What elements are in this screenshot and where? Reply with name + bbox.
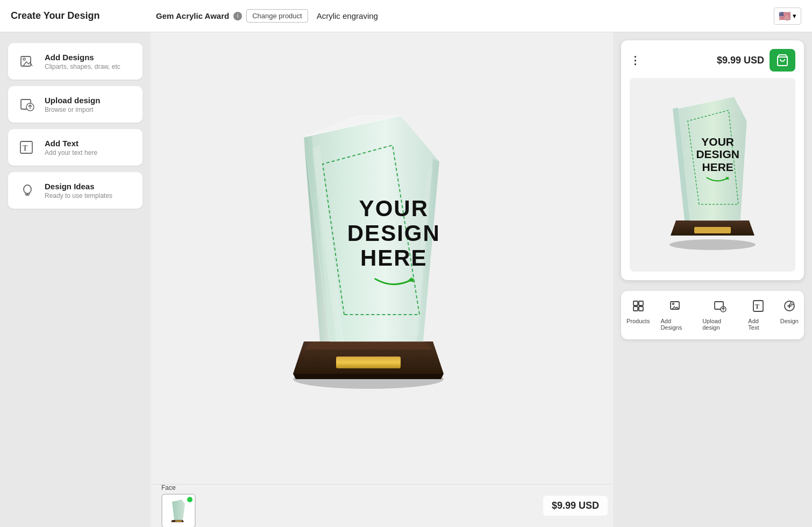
face-label: Face — [161, 484, 176, 492]
svg-rect-19 — [633, 307, 638, 311]
cart-right: $9.99 USD — [717, 49, 795, 72]
svg-point-22 — [673, 303, 674, 305]
right-panel: ⋮ $9.99 USD — [613, 32, 812, 527]
mini-cart-header: ⋮ $9.99 USD — [630, 49, 795, 72]
preview-area: YOUR DESIGN HERE — [630, 78, 795, 272]
upload-design-title: Upload design — [45, 96, 100, 105]
mobile-nav-products[interactable]: Products — [621, 296, 655, 334]
page-title: Create Your Design — [11, 10, 156, 22]
add-designs-subtitle: Cliparts, shapes, draw, etc — [45, 63, 120, 70]
add-text-subtitle: Add your text here — [45, 149, 97, 156]
add-text-icon: T — [18, 138, 37, 157]
mini-cart: ⋮ $9.99 USD — [621, 40, 804, 280]
svg-rect-17 — [633, 301, 638, 305]
svg-rect-15 — [694, 227, 731, 233]
svg-point-29 — [792, 303, 793, 304]
mobile-add-text-icon: T — [752, 300, 765, 316]
design-ideas-text: Design Ideas Ready to use templates — [45, 182, 112, 200]
products-icon — [632, 300, 645, 316]
info-icon[interactable]: i — [233, 12, 242, 20]
cart-price: $9.99 USD — [717, 55, 764, 66]
face-thumbnail[interactable] — [161, 494, 196, 528]
mobile-nav-design-label: Design — [780, 318, 799, 324]
mobile-nav-add-text-label: Add Text — [748, 318, 769, 331]
mobile-add-designs-icon — [669, 300, 682, 316]
svg-rect-12 — [175, 521, 182, 522]
mobile-nav-upload[interactable]: Upload design — [697, 296, 743, 334]
mobile-nav-upload-label: Upload design — [702, 318, 737, 331]
add-designs-text: Add Designs Cliparts, shapes, draw, etc — [45, 53, 120, 70]
add-text-title: Add Text — [45, 139, 97, 148]
design-ideas-subtitle: Ready to use templates — [45, 192, 112, 200]
mobile-nav-design[interactable]: Design — [775, 296, 804, 334]
canvas-price: $9.99 USD — [543, 496, 608, 516]
mobile-nav-add-designs[interactable]: Add Designs — [655, 296, 697, 334]
main-canvas: YOUR DESIGN HERE Face — [151, 32, 618, 527]
add-to-cart-button[interactable] — [770, 49, 795, 72]
change-product-button[interactable]: Change product — [246, 9, 308, 23]
sidebar-item-design-ideas[interactable]: Design Ideas Ready to use templates — [8, 172, 143, 209]
upload-design-subtitle: Browse or import — [45, 106, 100, 113]
dropdown-arrow: ▾ — [793, 12, 796, 20]
svg-rect-20 — [639, 307, 643, 311]
mobile-design-icon — [783, 300, 796, 316]
face-active-dot — [187, 497, 193, 502]
upload-design-icon — [18, 95, 37, 114]
mobile-nav-add-text[interactable]: T Add Text — [743, 296, 774, 334]
design-ideas-icon — [18, 181, 37, 200]
mobile-nav-add-designs-label: Add Designs — [660, 318, 692, 331]
add-designs-icon — [18, 52, 37, 71]
svg-rect-18 — [639, 301, 643, 305]
upload-design-text: Upload design Browse or import — [45, 96, 100, 113]
product-info: Gem Acrylic Award i Change product Acryl… — [156, 9, 378, 23]
svg-rect-10 — [336, 357, 401, 368]
svg-rect-0 — [21, 56, 31, 66]
header: Create Your Design Gem Acrylic Award i C… — [0, 0, 812, 32]
sidebar-item-add-designs[interactable]: Add Designs Cliparts, shapes, draw, etc — [8, 43, 143, 80]
svg-point-6 — [24, 185, 31, 194]
svg-text:T: T — [23, 144, 28, 152]
trophy-preview: YOUR DESIGN HERE — [250, 105, 519, 411]
canvas-area[interactable]: YOUR DESIGN HERE — [151, 32, 618, 484]
left-sidebar: Add Designs Cliparts, shapes, draw, etc … — [0, 32, 151, 527]
mobile-nav-products-label: Products — [626, 318, 650, 324]
design-ideas-title: Design Ideas — [45, 182, 112, 191]
add-designs-title: Add Designs — [45, 53, 120, 62]
add-text-text: Add Text Add your text here — [45, 139, 97, 156]
language-selector[interactable]: 🇺🇸 ▾ — [774, 8, 801, 25]
more-options-button[interactable]: ⋮ — [630, 54, 640, 67]
svg-point-14 — [669, 239, 756, 250]
flag-icon: 🇺🇸 — [779, 10, 790, 22]
product-name: Gem Acrylic Award — [156, 11, 229, 20]
sidebar-item-add-text[interactable]: T Add Text Add your text here — [8, 129, 143, 166]
engraving-label: Acrylic engraving — [317, 11, 378, 20]
bottom-bar: Face $9.99 USD — [151, 484, 618, 527]
svg-point-1 — [23, 58, 25, 60]
mobile-upload-icon — [714, 300, 726, 316]
svg-text:T: T — [755, 303, 759, 310]
mobile-nav: Products Add Designs Upload — [621, 291, 804, 339]
sidebar-item-upload-design[interactable]: Upload design Browse or import — [8, 86, 143, 123]
